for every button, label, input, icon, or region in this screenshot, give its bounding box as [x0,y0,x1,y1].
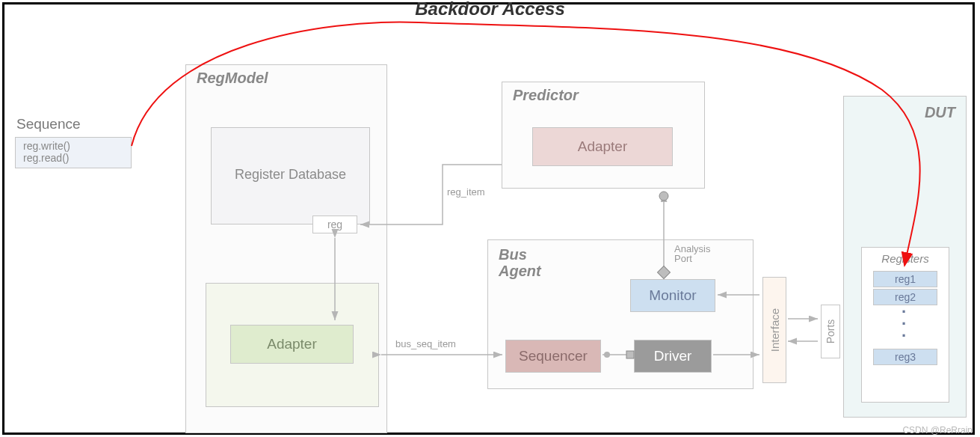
sequence-title: Sequence [16,116,81,132]
reg-item-label: reg_item [447,186,485,198]
sequencer-box: Sequencer [505,340,601,373]
sequence-line2: reg.read() [23,152,69,164]
monitor-box: Monitor [630,279,715,312]
registers-title: Registers [862,252,949,265]
predictor-title: Predictor [513,87,579,104]
ports-box: Ports [821,305,840,358]
bus-agent-title2: Agent [499,263,541,280]
bus-agent-title1: Bus [499,246,527,263]
diagram-title: Backdoor Access [0,0,980,19]
analysis-port-label: Analysis Port [674,244,727,263]
driver-box: Driver [634,340,712,373]
ports-label: Ports [825,320,836,344]
register-database-box: Register Database [211,127,370,224]
dut-title: DUT [925,104,955,121]
regmodel-title: RegModel [197,70,268,87]
bus-seq-item-label: bus_seq_item [395,338,456,349]
dut-reg3: reg3 [873,349,937,365]
sequence-line1: reg.write() [23,140,70,152]
regmodel-adapter: Adapter [230,325,354,364]
register-database-label: Register Database [212,167,369,183]
watermark: CSDN @ReRrain [902,425,973,436]
interface-box: Interface [762,277,786,383]
reg-port: reg [312,216,357,233]
interface-label: Interface [768,308,781,352]
sequence-box: reg.write() reg.read() [15,137,132,168]
predictor-adapter: Adapter [532,127,673,166]
ellipsis-dot3: · [902,334,906,338]
dut-reg1: reg1 [873,271,937,287]
